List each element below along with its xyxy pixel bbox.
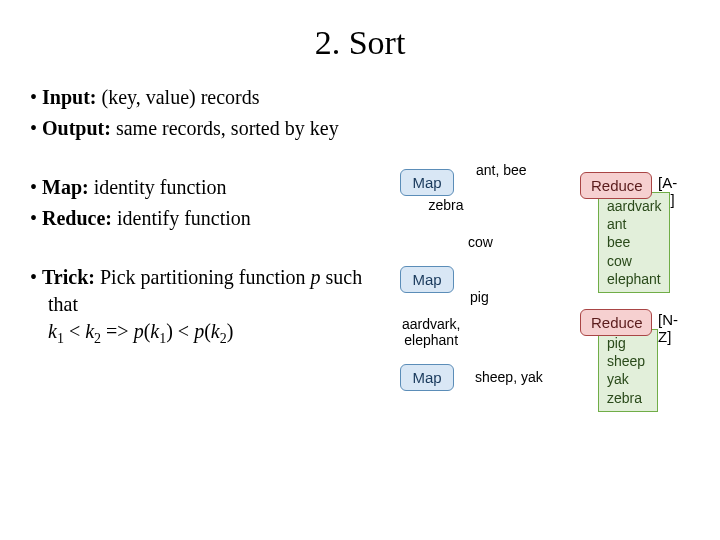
- out2-l4: zebra: [607, 389, 649, 407]
- trick-text-a: Pick partitioning function: [95, 266, 311, 288]
- edge-aardvark-elephant: aardvark, elephant: [402, 316, 460, 348]
- edge-zebra: zebra: [426, 197, 466, 213]
- output-text: same records, sorted by key: [111, 117, 339, 139]
- out1-l4: cow: [607, 252, 661, 270]
- trick-s1: 1: [57, 331, 64, 346]
- diagram: Map Map Map ant, bee zebra cow pig aardv…: [380, 84, 690, 353]
- trick-pk2: p: [194, 320, 204, 342]
- map-node-2: Map: [400, 266, 454, 293]
- map-node-3: Map: [400, 364, 454, 391]
- reduce-text: identify function: [112, 207, 251, 229]
- trick-k4: k: [211, 320, 220, 342]
- bullet-trick: Trick: Pick partitioning function p such…: [30, 264, 380, 349]
- trick-k1: k: [48, 320, 57, 342]
- slide-content: Input: (key, value) records Output: same…: [30, 84, 690, 353]
- text-column: Input: (key, value) records Output: same…: [30, 84, 380, 353]
- reduce-node-2: Reduce: [580, 309, 652, 336]
- map-label: Map:: [42, 176, 89, 198]
- trick-k3: k: [150, 320, 159, 342]
- output-box-nz: pig sheep yak zebra: [598, 329, 658, 412]
- bullet-output: Output: same records, sorted by key: [30, 115, 380, 142]
- output-box-am: aardvark ant bee cow elephant: [598, 192, 670, 293]
- trick-p: p: [311, 266, 321, 288]
- input-text: (key, value) records: [97, 86, 260, 108]
- bullet-input: Input: (key, value) records: [30, 84, 380, 111]
- reduce-node-1: Reduce: [580, 172, 652, 199]
- out2-l2: sheep: [607, 352, 649, 370]
- trick-op2: (: [204, 320, 211, 342]
- trick-label: Trick:: [42, 266, 95, 288]
- out2-l1: pig: [607, 334, 649, 352]
- trick-lt1: <: [64, 320, 85, 342]
- bullet-map: Map: identity function: [30, 174, 380, 201]
- out1-l3: bee: [607, 233, 661, 251]
- reduce-label: Reduce:: [42, 207, 112, 229]
- trick-s2: 2: [94, 331, 101, 346]
- trick-pk1: p: [134, 320, 144, 342]
- trick-k2: k: [85, 320, 94, 342]
- output-label: Output:: [42, 117, 111, 139]
- out1-l5: elephant: [607, 270, 661, 288]
- trick-cp1: ): [166, 320, 173, 342]
- out1-l2: ant: [607, 215, 661, 233]
- out2-l3: yak: [607, 370, 649, 388]
- slide-title: 2. Sort: [30, 24, 690, 62]
- trick-cp2: ): [227, 320, 234, 342]
- trick-s4: 2: [220, 331, 227, 346]
- trick-imp: =>: [101, 320, 134, 342]
- range-nz: [N-Z]: [658, 311, 690, 345]
- bullet-reduce: Reduce: identify function: [30, 205, 380, 232]
- map-text: identity function: [89, 176, 227, 198]
- edge-pig: pig: [470, 289, 489, 305]
- edge-ant-bee: ant, bee: [476, 162, 527, 178]
- edge-cow: cow: [468, 234, 493, 250]
- edge-sheep-yak: sheep, yak: [475, 369, 543, 385]
- out1-l1: aardvark: [607, 197, 661, 215]
- trick-lt2: <: [173, 320, 194, 342]
- map-node-1: Map: [400, 169, 454, 196]
- input-label: Input:: [42, 86, 96, 108]
